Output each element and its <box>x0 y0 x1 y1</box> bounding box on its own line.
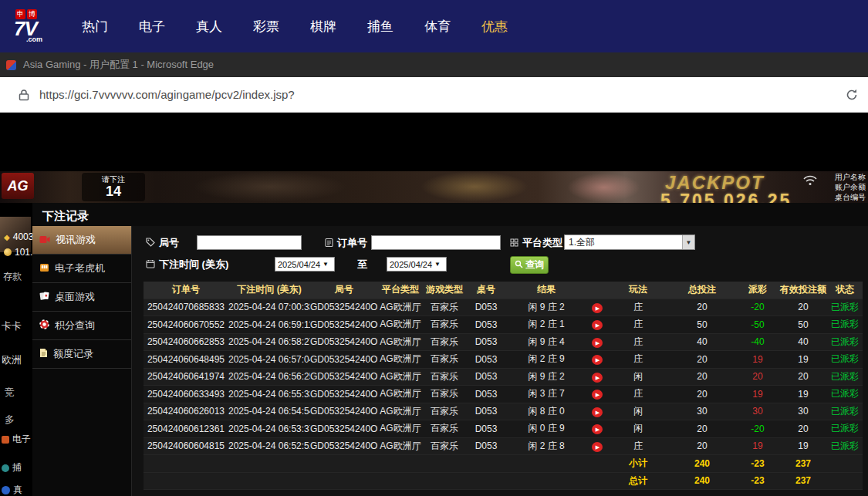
order-number-input[interactable] <box>371 235 501 250</box>
table-cell: 250424060648495 <box>144 354 228 365</box>
menu-item-live[interactable]: 真人 <box>181 18 238 35</box>
user-info-balance: 账户余额 <box>835 182 866 192</box>
nav-live-fragment[interactable]: 真 <box>2 484 22 496</box>
menu-item-sports[interactable]: 体育 <box>409 18 466 35</box>
site-logo[interactable]: 申 博 7V .com <box>14 9 59 43</box>
replay-icon[interactable]: ▶ <box>592 338 603 348</box>
table-cell: 250424060662853 <box>144 336 228 347</box>
table-cell: 百家乐 <box>423 370 466 383</box>
table-cell: 闲 0 庄 9 <box>506 422 586 435</box>
menu-item-promo[interactable]: 优惠 <box>466 18 523 35</box>
window-title: Asia Gaming - 用户配置 1 - Microsoft Edge <box>23 58 214 72</box>
table-cell: 百家乐 <box>423 318 466 331</box>
query-button-label: 查询 <box>525 258 544 272</box>
table-cell: GD053254240OL <box>310 389 378 400</box>
table-cell: 闲 <box>608 370 668 383</box>
table-cell: GD053254240OP <box>310 336 378 347</box>
table-cell: 19 <box>736 354 779 365</box>
sidebar-item-label: 额度记录 <box>53 347 93 361</box>
replay-icon[interactable]: ▶ <box>592 407 603 417</box>
table-cell: 30 <box>779 406 827 417</box>
table-cell: 19 <box>779 389 827 400</box>
table-row: 2504240606705522025-04-24 06:59:11GD0532… <box>144 316 863 334</box>
table-cell: 平台类型 <box>378 283 423 296</box>
table-cell: 庄 <box>608 318 668 331</box>
browser-url-bar: https://gci.7vvvvvv.com/agingame/pcv2/in… <box>0 77 868 113</box>
table-cell: 百家乐 <box>423 301 466 314</box>
platform-type-select[interactable]: 1.全部 ▼ <box>564 235 695 250</box>
table-cell: 庄 <box>608 353 668 366</box>
replay-icon[interactable]: ▶ <box>592 320 603 330</box>
sidebar-item-credit-log[interactable]: 额度记录 <box>32 340 131 369</box>
table-cell: 已派彩 <box>827 301 863 314</box>
hall-kaka-fragment[interactable]: 卡卡 <box>2 319 22 333</box>
replay-icon[interactable]: ▶ <box>592 355 603 365</box>
table-cell: 闲 8 庄 0 <box>506 405 586 418</box>
table-cell: 闲 3 庄 7 <box>506 387 586 400</box>
modal-body: 视讯游戏 电子老虎机 桌面游戏 积分查询 额度记录 <box>32 226 868 496</box>
total-row: 总计240-23237 <box>144 473 863 491</box>
table-cell: 40 <box>779 336 827 347</box>
table-cell: D053 <box>466 336 506 347</box>
table-cell: GD053254240OK <box>310 406 378 417</box>
table-cell: 250424070685833 <box>144 302 228 312</box>
subtotal-row: 小计240-23237 <box>144 455 863 473</box>
table-cell: 2025-04-24 06:59:11 <box>228 319 310 330</box>
replay-icon[interactable]: ▶ <box>592 373 603 383</box>
coin-icon <box>4 248 12 256</box>
table-cell: ▶ <box>586 406 608 417</box>
refresh-icon[interactable] <box>845 88 859 102</box>
table-cell: AG欧洲厅 <box>378 353 423 366</box>
hall-jing-fragment[interactable]: 竞 <box>5 386 15 400</box>
nav-fishing-fragment[interactable]: 捕 <box>2 461 22 474</box>
table-cell: 2025-04-24 06:55:33 <box>228 389 310 400</box>
table-cell: 庄 <box>608 336 668 349</box>
hall-europe-fragment[interactable]: 欧洲 <box>2 353 22 367</box>
table-row: 2504240606334932025-04-24 06:55:33GD0532… <box>144 386 863 403</box>
table-cell: 庄 <box>608 387 668 400</box>
sidebar-item-points[interactable]: 积分查询 <box>32 312 131 340</box>
replay-icon[interactable]: ▶ <box>592 442 603 452</box>
menu-item-hot[interactable]: 热门 <box>66 18 123 35</box>
menu-item-lottery[interactable]: 彩票 <box>238 18 295 35</box>
replay-icon[interactable]: ▶ <box>592 424 603 434</box>
table-cell: D053 <box>466 389 506 400</box>
table-cell: 闲 9 庄 4 <box>506 336 586 349</box>
table-cell: D053 <box>466 319 506 330</box>
replay-icon[interactable]: ▶ <box>592 390 603 400</box>
lock-icon[interactable] <box>19 89 29 101</box>
table-cell: D053 <box>466 302 506 312</box>
sidebar-item-table-games[interactable]: 桌面游戏 <box>32 283 131 312</box>
menu-item-board[interactable]: 棋牌 <box>295 18 352 35</box>
modal-sidebar: 视讯游戏 电子老虎机 桌面游戏 积分查询 额度记录 <box>32 226 132 496</box>
user-info-table: 桌台编号 <box>835 192 866 202</box>
table-cell: D053 <box>466 371 506 382</box>
table-cell: D053 <box>466 406 506 417</box>
date-to-select[interactable]: 2025/04/24 ▼ <box>387 257 447 272</box>
bet-countdown: 请下注 14 <box>82 173 145 201</box>
table-cell: 下注时间 (美东) <box>228 283 310 296</box>
deposit-link-fragment[interactable]: 存款 <box>3 270 22 283</box>
modal-content: 局号 订单号 平台类型 1.全部 ▼ <box>132 226 868 496</box>
menu-item-slots[interactable]: 电子 <box>123 18 181 35</box>
menu-item-fishing[interactable]: 捕鱼 <box>352 18 409 35</box>
replay-icon[interactable]: ▶ <box>592 303 603 313</box>
hall-duo-fragment[interactable]: 多 <box>5 413 15 427</box>
table-cell: 2025-04-24 06:54:54 <box>228 406 310 417</box>
sidebar-item-slots[interactable]: 电子老虎机 <box>32 255 131 283</box>
table-cell: 20 <box>668 440 736 451</box>
nav-slots-fragment[interactable]: 电子 <box>2 433 31 446</box>
search-icon <box>515 260 523 271</box>
address-bar[interactable]: https://gci.7vvvvvv.com/agingame/pcv2/in… <box>39 88 845 101</box>
table-cell: 闲 9 庄 2 <box>506 301 586 314</box>
table-cell: 240 <box>668 458 736 469</box>
query-button[interactable]: 查询 <box>510 256 549 274</box>
round-number-input[interactable] <box>197 235 302 250</box>
table-cell: 2025-04-24 06:53:37 <box>228 423 310 434</box>
sidebar-item-live-games[interactable]: 视讯游戏 <box>32 226 131 255</box>
bet-records-modal: 下注记录 视讯游戏 电子老虎机 桌面游戏 积分查询 <box>32 203 868 496</box>
document-icon <box>39 348 48 360</box>
date-from-select[interactable]: 2025/04/24 ▼ <box>275 257 335 272</box>
table-cell: D053 <box>466 440 506 451</box>
table-cell: AG欧洲厅 <box>378 405 423 418</box>
